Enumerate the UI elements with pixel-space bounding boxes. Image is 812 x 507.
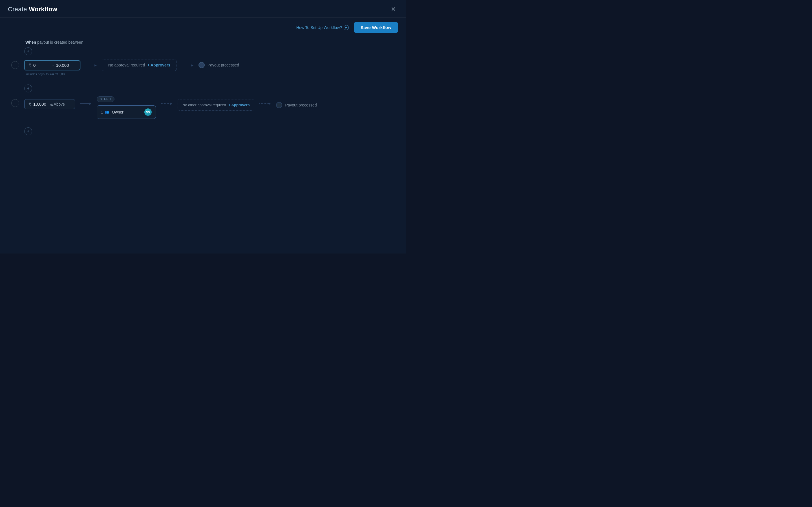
payout-circle-1 bbox=[199, 62, 205, 68]
arrow-head-2c: ▶ bbox=[269, 102, 271, 105]
toolbar: How To Set Up Workflow? ▶ Save Workflow bbox=[0, 18, 406, 37]
currency-symbol-1: ₹ bbox=[29, 63, 31, 67]
approver-name-2: Owner bbox=[112, 110, 142, 114]
play-icon: ▶ bbox=[344, 25, 349, 30]
avatar-2: SS bbox=[144, 108, 152, 116]
arrow-head-2: ▶ bbox=[89, 102, 92, 105]
approver-step-area: STEP 1 1 👥 Owner SS bbox=[97, 96, 156, 119]
approver-count-value: 1 bbox=[101, 110, 103, 114]
currency-symbol-2: ₹ bbox=[29, 102, 31, 107]
step-badge-2: STEP 1 bbox=[97, 96, 114, 102]
modal-header: Create Workflow ✕ bbox=[0, 0, 406, 18]
no-other-approval-text-2: No other approval required bbox=[183, 103, 226, 107]
modal-title: Create Workflow bbox=[8, 6, 57, 13]
when-suffix: payout is created between bbox=[36, 40, 83, 45]
approver-box-2: 1 👥 Owner SS bbox=[97, 105, 156, 119]
how-to-link[interactable]: How To Set Up Workflow? ▶ bbox=[296, 25, 349, 30]
arrow-connector-2: ▶ bbox=[80, 102, 92, 105]
range-box-1: ₹ - bbox=[24, 60, 80, 70]
arrow-connector-1b: ▶ bbox=[182, 64, 193, 67]
workflow-row-2-content: − ₹ 10,000 & Above ▶ STEP 1 bbox=[11, 96, 395, 119]
arrow-connector-2c: ▶ bbox=[259, 102, 271, 105]
range-box-2: ₹ 10,000 & Above bbox=[24, 99, 75, 109]
remove-row-2-button[interactable]: − bbox=[11, 99, 19, 107]
range-to-input-1[interactable] bbox=[56, 63, 76, 68]
arrow-head-1b: ▶ bbox=[191, 64, 193, 67]
no-approval-text-1: No approval required bbox=[108, 63, 145, 67]
close-button[interactable]: ✕ bbox=[389, 5, 398, 13]
arrow-connector-1: ▶ bbox=[85, 64, 97, 67]
add-approvers-button-1[interactable]: + Approvers bbox=[147, 63, 170, 67]
hint-text-1: Includes payouts </= ₹10,000 bbox=[11, 72, 395, 76]
title-normal-text: Create bbox=[8, 6, 29, 13]
add-row-above-button-1[interactable]: + bbox=[24, 47, 32, 55]
payout-node-2: Payout processed bbox=[276, 102, 317, 108]
payout-circle-2 bbox=[276, 102, 282, 108]
above-label-2: & Above bbox=[50, 102, 65, 107]
workflow-row-1: + − ₹ - ▶ No approva bbox=[11, 47, 395, 76]
arrow-head-1: ▶ bbox=[94, 64, 97, 67]
payout-node-1: Payout processed bbox=[199, 62, 239, 68]
arrow-connector-2b: ▶ bbox=[161, 102, 172, 105]
no-approval-box-1: No approval required + Approvers bbox=[102, 59, 177, 71]
add-approvers-button-2[interactable]: + Approvers bbox=[229, 103, 250, 107]
remove-row-1-button[interactable]: − bbox=[11, 61, 19, 69]
payout-text-1: Payout processed bbox=[207, 63, 239, 67]
when-prefix: When bbox=[26, 40, 36, 45]
workflow-content: When payout is created between + − ₹ - bbox=[0, 37, 406, 253]
workflow-row-1-content: − ₹ - ▶ No approval required + Approvers bbox=[11, 59, 395, 71]
range-separator-1: - bbox=[52, 63, 54, 67]
add-row-below-button[interactable]: + bbox=[24, 127, 32, 135]
arrow-head-2b: ▶ bbox=[170, 102, 172, 105]
when-label: When payout is created between bbox=[11, 40, 395, 45]
range-from-value-2: 10,000 bbox=[33, 102, 46, 107]
workflow-row-2: − ₹ 10,000 & Above ▶ STEP 1 bbox=[11, 96, 395, 119]
approver-count-area: 1 👥 bbox=[101, 110, 109, 114]
save-workflow-button[interactable]: Save Workflow bbox=[354, 22, 398, 33]
range-from-input-1[interactable] bbox=[33, 63, 50, 68]
people-icon: 👥 bbox=[105, 110, 109, 114]
create-workflow-modal: Create Workflow ✕ How To Set Up Workflow… bbox=[0, 0, 406, 253]
how-to-label: How To Set Up Workflow? bbox=[296, 25, 342, 30]
no-other-approval-box-2: No other approval required + Approvers bbox=[177, 99, 254, 111]
add-row-between-button[interactable]: + bbox=[24, 84, 32, 93]
title-bold-text: Workflow bbox=[29, 6, 57, 13]
payout-text-2: Payout processed bbox=[285, 103, 317, 107]
